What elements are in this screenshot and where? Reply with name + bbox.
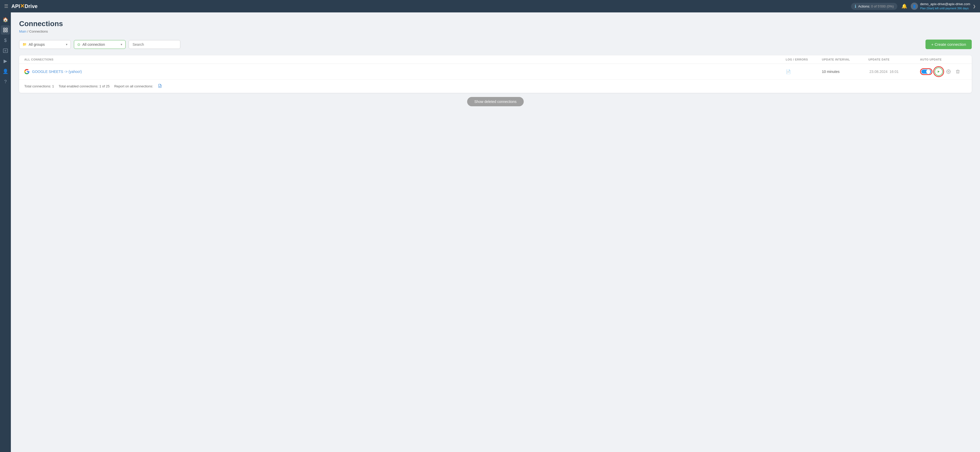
auto-update-toggle-wrapper — [920, 68, 932, 75]
user-chevron-icon[interactable]: ❯ — [973, 4, 976, 8]
user-plan: Plan |Start| left until payment 396 days — [920, 6, 970, 10]
settings-button[interactable] — [945, 68, 952, 75]
folder-icon: 📁 — [22, 42, 27, 46]
interval-cell: 10 minutes — [822, 70, 869, 74]
info-icon: ℹ — [855, 4, 856, 9]
svg-rect-0 — [4, 28, 5, 30]
user-info: demo_apix-drive@apix-drive.com Plan |Sta… — [920, 2, 970, 10]
actions-widget: ℹ Actions: 0 of 5'000 (0%) — [851, 3, 897, 10]
time-value: 16:01 — [889, 70, 899, 74]
date-cell: 23.08.2024 16:01 — [869, 70, 920, 74]
table-row: GOOGLE SHEETS -> (yahoo!) 📄 10 minutes 2… — [19, 64, 972, 80]
table-header: ALL CONNECTIONS LOG / ERRORS UPDATE INTE… — [19, 55, 972, 64]
actions-text: Actions: 0 of 5'000 (0%) — [858, 5, 894, 8]
connection-name-cell: GOOGLE SHEETS -> (yahoo!) — [24, 69, 786, 74]
toggle-thumb — [926, 70, 931, 74]
run-now-button[interactable] — [934, 67, 943, 76]
create-connection-button[interactable]: + Create connection — [926, 40, 972, 49]
create-btn-label: + Create connection — [931, 42, 966, 46]
svg-rect-2 — [6, 30, 8, 32]
sidebar-item-youtube[interactable]: ▶ — [1, 56, 10, 65]
table-footer: Total connections: 1 Total enabled conne… — [19, 80, 972, 93]
sidebar-item-profile[interactable]: 👤 — [1, 67, 10, 76]
sidebar: 🏠 $ ▶ 👤 ? — [0, 13, 11, 452]
bell-icon[interactable]: 🔔 — [902, 3, 907, 9]
trash-icon — [955, 69, 960, 74]
total-connections: Total connections: 1 — [24, 84, 54, 88]
report-link[interactable] — [158, 84, 162, 89]
show-deleted-button[interactable]: Show deleted connections — [467, 97, 524, 106]
topbar: ☰ API✕Drive ℹ Actions: 0 of 5'000 (0%) 🔔… — [0, 0, 980, 13]
connection-circle-icon: ⊙ — [77, 42, 80, 46]
col-interval: UPDATE INTERVAL — [822, 58, 869, 61]
col-date: UPDATE DATE — [869, 58, 920, 61]
page-title: Connections — [19, 20, 972, 28]
all-connection-dropdown[interactable]: ⊙ All connection ▾ — [74, 40, 126, 49]
connections-table: ALL CONNECTIONS LOG / ERRORS UPDATE INTE… — [19, 55, 972, 93]
col-auto: AUTO UPDATE — [920, 58, 967, 61]
connection-link[interactable]: GOOGLE SHEETS -> (yahoo!) — [32, 70, 82, 74]
report-label: Report on all connections: — [114, 84, 153, 88]
footer-stats: Total connections: 1 Total enabled conne… — [24, 84, 162, 89]
menu-icon[interactable]: ☰ — [4, 3, 8, 9]
tasks-icon — [3, 48, 8, 53]
report-icon — [158, 84, 162, 88]
google-icon — [24, 69, 29, 74]
sidebar-item-home[interactable]: 🏠 — [1, 15, 10, 24]
play-icon — [937, 70, 940, 73]
svg-rect-3 — [4, 30, 5, 32]
logo: API✕Drive — [11, 3, 37, 10]
log-file-icon[interactable]: 📄 — [786, 70, 791, 74]
logo-drive: Drive — [25, 3, 37, 9]
logo-api: API — [11, 3, 20, 9]
main-content: Connections Main / Connections 📁 All gro… — [11, 13, 980, 452]
all-conn-label: All connection — [83, 42, 105, 46]
user-menu[interactable]: 👤 demo_apix-drive@apix-drive.com Plan |S… — [911, 2, 976, 10]
groups-chevron-icon: ▾ — [66, 43, 67, 46]
search-input[interactable] — [129, 40, 180, 49]
gear-icon — [946, 69, 951, 74]
sidebar-item-connections[interactable] — [1, 26, 10, 35]
avatar: 👤 — [911, 3, 918, 10]
groups-dropdown[interactable]: 📁 All groups ▾ — [19, 40, 71, 49]
col-log: LOG / ERRORS — [786, 58, 822, 61]
date-value: 23.08.2024 — [869, 70, 888, 74]
log-cell: 📄 — [786, 69, 822, 74]
total-enabled: Total enabled connections: 1 of 25 — [59, 84, 110, 88]
all-conn-chevron-icon: ▾ — [121, 43, 122, 46]
breadcrumb: Main / Connections — [19, 29, 972, 34]
sidebar-item-billing[interactable]: $ — [1, 36, 10, 45]
logo-x: ✕ — [20, 3, 25, 10]
interval-value: 10 minutes — [822, 70, 840, 74]
svg-marker-7 — [938, 70, 940, 73]
toolbar: 📁 All groups ▾ ⊙ All connection ▾ + Crea… — [19, 40, 972, 49]
delete-button[interactable] — [954, 68, 961, 75]
show-deleted-label: Show deleted connections — [474, 99, 517, 104]
breadcrumb-current: Connections — [29, 29, 48, 34]
svg-point-8 — [948, 71, 949, 72]
groups-label: All groups — [29, 42, 45, 46]
user-email: demo_apix-drive@apix-drive.com — [920, 2, 970, 6]
sidebar-item-tasks[interactable] — [1, 46, 10, 55]
auto-update-cell — [920, 67, 967, 76]
svg-rect-1 — [6, 28, 8, 30]
connections-icon — [3, 27, 8, 33]
col-all: ALL CONNECTIONS — [24, 58, 786, 61]
sidebar-item-help[interactable]: ? — [1, 77, 10, 86]
breadcrumb-sep: / — [27, 29, 29, 34]
auto-update-toggle[interactable] — [921, 70, 931, 74]
svg-rect-4 — [3, 49, 8, 53]
breadcrumb-main[interactable]: Main — [19, 29, 26, 34]
